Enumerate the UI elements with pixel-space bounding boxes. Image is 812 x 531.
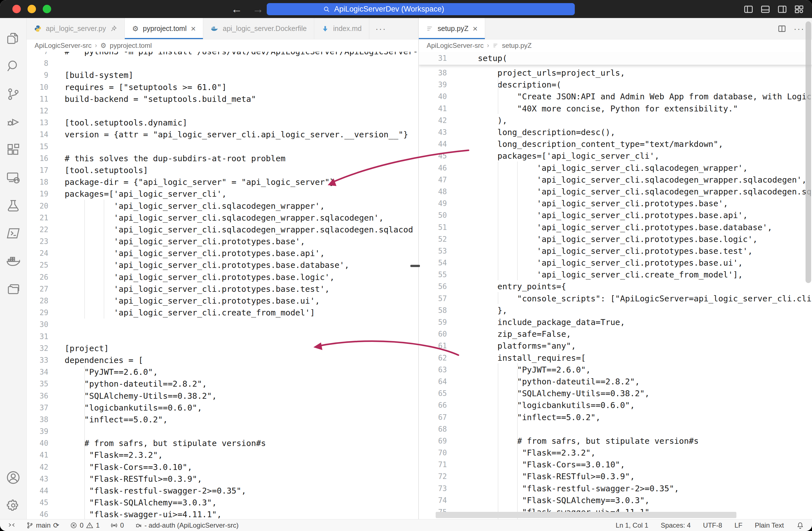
extensions-icon[interactable] xyxy=(0,136,27,164)
code-line[interactable]: 54 'api_logic_server_cli.prototypes.base… xyxy=(419,257,812,269)
code-line[interactable]: 60 zip_safe=False, xyxy=(419,328,812,340)
code-line[interactable]: 15 xyxy=(27,141,418,153)
indentation[interactable]: Spaces: 4 xyxy=(661,521,691,529)
pane-sash-handle[interactable] xyxy=(410,265,420,267)
project-folders-icon[interactable] xyxy=(0,275,27,303)
code-line[interactable]: 12 xyxy=(27,105,418,117)
code-line[interactable]: 41 "40X more concise, Python for extensi… xyxy=(419,103,812,114)
tab-setup-pyz[interactable]: setup.pyZ × xyxy=(419,18,485,39)
code-line[interactable]: 68 xyxy=(419,423,812,435)
tab-api-logic-server-dockerfile[interactable]: api_logic_server.Dockerfile xyxy=(203,18,314,39)
problems-indicator[interactable]: 0 1 xyxy=(70,521,100,529)
code-line[interactable]: 31 xyxy=(27,331,418,343)
code-line[interactable]: 39 description=( xyxy=(419,79,812,90)
tab-pyproject-toml[interactable]: ⚙ pyproject.toml × xyxy=(125,18,203,39)
more-actions-icon[interactable]: ··· xyxy=(794,24,805,33)
code-line[interactable]: 24 'api_logic_server_cli.prototypes.base… xyxy=(27,247,418,259)
code-line[interactable]: 9[build-system] xyxy=(27,69,418,81)
code-line[interactable]: 40 # from safrs, but stipulate version#s xyxy=(27,437,418,449)
code-line[interactable]: 67 "inflect==5.0.2", xyxy=(419,411,812,423)
run-debug-icon[interactable] xyxy=(0,108,27,136)
eol[interactable]: LF xyxy=(735,521,742,529)
code-line[interactable]: 40 "Create JSON:API and Admin Web App fr… xyxy=(419,90,812,102)
code-line[interactable]: 26 'api_logic_server_cli.prototypes.base… xyxy=(27,271,418,283)
toggle-secondary-sidebar-icon[interactable] xyxy=(777,4,787,14)
code-line[interactable]: 16# this solves the dup-subdirs-at-root … xyxy=(27,153,418,164)
close-icon[interactable]: × xyxy=(473,25,478,33)
code-line[interactable]: 29 'api_logic_server_cli.create_from_mod… xyxy=(27,307,418,319)
code-line[interactable]: 17[tool.setuptools] xyxy=(27,164,418,176)
code-line[interactable]: 50 'api_logic_server_cli.prototypes.base… xyxy=(419,209,812,221)
code-line[interactable]: 36 "SQLAlchemy-Utils==0.38.2", xyxy=(27,390,418,402)
code-line[interactable]: 63 "PyJWT==2.6.0", xyxy=(419,364,812,376)
code-line[interactable]: 72 "Flask-RESTful>=0.3.9", xyxy=(419,471,812,482)
vertical-scrollbar-thumb[interactable] xyxy=(806,22,811,283)
code-line[interactable]: 70 "Flask==2.3.2", xyxy=(419,447,812,459)
code-line[interactable]: 69 # from safrs, but stipulate version#s xyxy=(419,435,812,447)
code-line[interactable]: 62 install_requires=[ xyxy=(419,352,812,364)
code-line[interactable]: 44 long_description_content_type="text/m… xyxy=(419,138,812,150)
minimize-window-button[interactable] xyxy=(28,5,36,13)
launch-config[interactable]: - add-auth (ApiLogicServer-src) xyxy=(135,521,238,529)
code-line[interactable]: 48 'api_logic_server_cli.sqlacodegen_wra… xyxy=(419,186,812,197)
code-line[interactable]: 42 ), xyxy=(419,114,812,126)
close-window-button[interactable] xyxy=(12,5,21,13)
code-line[interactable]: 42 "Flask-Cors==3.0.10", xyxy=(27,461,418,473)
code-line[interactable]: 44 "flask-restful-swagger-2>=0.35", xyxy=(27,485,418,497)
code-line[interactable]: 14version = {attr = "api_logic_server_cl… xyxy=(27,129,418,140)
tab-api-logic-server-py[interactable]: api_logic_server.py xyxy=(27,18,125,39)
code-line[interactable]: 45 packages=['api_logic_server_cli', xyxy=(419,150,812,162)
tab-overflow-menu[interactable]: ··· xyxy=(369,18,393,39)
code-line[interactable]: 41 "Flask==2.3.2", xyxy=(27,449,418,461)
testing-beaker-icon[interactable] xyxy=(0,191,27,219)
code-line[interactable]: 49 'api_logic_server_cli.prototypes.base… xyxy=(419,197,812,209)
code-line[interactable]: 23 'api_logic_server_cli.prototypes.base… xyxy=(27,236,418,247)
remote-indicator[interactable] xyxy=(8,521,15,529)
breadcrumb-file[interactable]: pyproject.toml xyxy=(110,42,152,50)
ports-indicator[interactable]: 0 xyxy=(111,521,124,529)
code-line[interactable]: 45 "Flask-SQLAlchemy==3.0.3", xyxy=(27,497,418,508)
zoom-window-button[interactable] xyxy=(43,5,51,13)
code-area-setup[interactable]: 31 setup( 38 project_urls=project_urls,3… xyxy=(419,52,812,519)
breadcrumb-folder[interactable]: ApiLogicServer-src xyxy=(427,42,484,50)
horizontal-scrollbar-thumb[interactable] xyxy=(436,512,736,518)
code-line[interactable]: 66 "logicbankutils==0.6.0", xyxy=(419,399,812,411)
code-line[interactable]: 38 project_urls=project_urls, xyxy=(419,67,812,79)
explorer-icon[interactable] xyxy=(0,24,27,52)
code-line[interactable]: 74 "Flask-SQLAlchemy==3.0.3", xyxy=(419,494,812,506)
code-line[interactable]: 43 long_description=desc(), xyxy=(419,126,812,138)
code-area-pyproject[interactable]: 7# python3 -m pip install /Users/val/dev… xyxy=(27,52,418,519)
breadcrumb-file[interactable]: setup.pyZ xyxy=(502,42,532,50)
breadcrumb-folder[interactable]: ApiLogicServer-src xyxy=(34,42,92,50)
code-line[interactable]: 56 entry_points={ xyxy=(419,281,812,292)
code-line[interactable]: 20 'api_logic_server_cli.sqlacodegen_wra… xyxy=(27,200,418,212)
pin-icon[interactable] xyxy=(110,25,117,32)
cursor-position[interactable]: Ln 1, Col 1 xyxy=(616,521,649,529)
forward-arrow-icon[interactable]: → xyxy=(252,2,264,16)
search-icon[interactable] xyxy=(0,52,27,80)
code-line[interactable]: 32[project] xyxy=(27,343,418,354)
remote-explorer-icon[interactable] xyxy=(0,164,27,191)
back-arrow-icon[interactable]: ← xyxy=(231,2,242,16)
code-line[interactable]: 46 "flask-swagger-ui>=4.11.1", xyxy=(27,508,418,519)
branch-indicator[interactable]: main ⟳ xyxy=(26,521,59,530)
account-icon[interactable] xyxy=(0,463,27,491)
code-line[interactable]: 38 "inflect==5.0.2", xyxy=(27,414,418,425)
code-line[interactable]: 34 "PyJWT==2.6.0", xyxy=(27,366,418,378)
code-line[interactable]: 19packages=['api_logic_server_cli', xyxy=(27,188,418,200)
close-icon[interactable]: × xyxy=(191,25,196,33)
code-line[interactable]: 11build-backend = "setuptools.build_meta… xyxy=(27,93,418,105)
code-line[interactable]: 61 platforms="any", xyxy=(419,340,812,352)
code-line[interactable]: 7# python3 -m pip install /Users/val/dev… xyxy=(27,52,418,57)
code-line[interactable]: 47 'api_logic_server_cli.sqlacodegen_wra… xyxy=(419,174,812,186)
settings-gear-icon[interactable] xyxy=(0,491,27,519)
code-line[interactable]: 27 'api_logic_server_cli.prototypes.base… xyxy=(27,283,418,295)
code-line[interactable]: 65 "SQLAlchemy-Utils==0.38.2", xyxy=(419,388,812,399)
toggle-sidebar-icon[interactable] xyxy=(743,4,754,14)
code-line[interactable]: 28 'api_logic_server_cli.prototypes.base… xyxy=(27,295,418,307)
sticky-scroll-line[interactable]: 31 setup( xyxy=(419,52,812,65)
code-line[interactable]: 22 'api_logic_server_cli.sqlacodegen_wra… xyxy=(27,224,418,236)
encoding[interactable]: UTF-8 xyxy=(703,521,722,529)
tab-index-md[interactable]: index.md xyxy=(314,18,369,39)
code-line[interactable]: 18package-dir = {"api_logic_server" = "a… xyxy=(27,176,418,188)
